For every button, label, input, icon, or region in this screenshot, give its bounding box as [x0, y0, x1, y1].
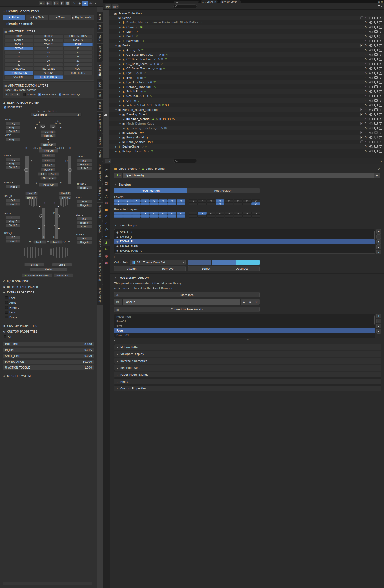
armature-layer-button[interactable]: BONE-ROLLS: [63, 71, 93, 75]
display-mode-button[interactable]: ▥: [112, 4, 118, 9]
picker-element[interactable]: [38, 248, 39, 256]
hide-eye-icon[interactable]: [369, 76, 373, 80]
protected-layer-toggle[interactable]: [216, 212, 224, 215]
outliner-row[interactable]: ╋ Burning-Man-octo-snake-Photo-credit-Ni…: [109, 20, 384, 25]
hide-eye-icon[interactable]: [369, 144, 373, 149]
selectable-icon[interactable]: [364, 71, 368, 75]
blenrig-controls-header[interactable]: BlenRig 5 Controls: [3, 21, 94, 27]
selectable-icon[interactable]: [364, 85, 368, 89]
selectable-icon[interactable]: [364, 20, 368, 24]
outliner-row[interactable]: ▣ Lattices ▼6: [109, 130, 384, 135]
sidebar-tab[interactable]: Edit: [97, 90, 103, 99]
picker-element[interactable]: ↻: [68, 240, 70, 243]
disable-viewport-icon[interactable]: [374, 80, 378, 84]
picker-element[interactable]: Pelivs Ctrl: [39, 183, 58, 187]
properties-tab[interactable]: △: [103, 193, 110, 200]
hide-eye-icon[interactable]: [369, 149, 373, 153]
protected-layer-toggle[interactable]: [225, 215, 233, 218]
protected-layer-toggle[interactable]: [132, 212, 141, 215]
selectable-icon[interactable]: [364, 131, 368, 135]
sidebar-tab[interactable]: Shader Library: [97, 236, 103, 260]
layer-toggle[interactable]: [216, 202, 224, 205]
hide-eye-icon[interactable]: [369, 94, 373, 98]
expander-icon[interactable]: [118, 76, 122, 79]
expander-icon[interactable]: [118, 58, 122, 61]
properties-tab[interactable]: ⚙: [103, 213, 110, 219]
exclude-checkbox[interactable]: [360, 44, 363, 47]
picker-element[interactable]: IK 0: [77, 159, 92, 162]
outliner-search-input[interactable]: [173, 4, 197, 8]
layer-toggle[interactable]: [168, 199, 176, 202]
armature-layer-button[interactable]: PROTECTED: [34, 67, 63, 71]
outliner-row[interactable]: ▲ Retopo_Ebene_0 ◇▽: [109, 149, 384, 153]
properties-tab[interactable]: ▤: [103, 180, 110, 186]
picker-element[interactable]: [68, 168, 72, 172]
sidebar-tab[interactable]: Create: [97, 134, 103, 147]
filter-button[interactable]: [377, 5, 382, 8]
picker-element[interactable]: [62, 247, 63, 258]
picker-element[interactable]: Spine 2: [42, 159, 55, 162]
viewport-header-button[interactable]: ∪: [39, 1, 45, 5]
bone-group-row[interactable]: ◉ FACIAL_MAIN_L: [114, 244, 375, 248]
selectable-icon[interactable]: [364, 25, 368, 29]
property-slider[interactable]: OUT_LIMIT0.100: [3, 342, 94, 346]
expander-icon[interactable]: [114, 108, 118, 112]
selectable-icon[interactable]: [364, 80, 368, 84]
disable-render-icon[interactable]: [379, 108, 383, 112]
protected-layer-toggle[interactable]: [168, 215, 176, 218]
picker-element[interactable]: ◆: [47, 139, 49, 141]
selectable-icon[interactable]: [364, 108, 368, 112]
scrollbar[interactable]: [374, 315, 375, 325]
outliner-row[interactable]: ▣ BlenRig_Master_Collection: [109, 107, 384, 112]
selectable-icon[interactable]: [364, 76, 368, 80]
exclude-checkbox[interactable]: [360, 131, 363, 134]
picker-element[interactable]: [30, 247, 31, 258]
sidebar-tab[interactable]: View: [97, 33, 103, 43]
fake-user-shield-button[interactable]: ◆: [241, 299, 247, 305]
properties-tab[interactable]: ∴: [103, 219, 110, 226]
hide-eye-icon[interactable]: [369, 80, 373, 84]
hide-eye-icon[interactable]: [369, 57, 373, 61]
extra-property-checkbox[interactable]: Arms: [5, 300, 94, 305]
picker-element[interactable]: Hinge 0: [6, 126, 20, 129]
disable-render-icon[interactable]: [379, 39, 383, 43]
layer-toggle[interactable]: [207, 199, 215, 202]
picker-element[interactable]: Str I: [48, 172, 59, 176]
pose-copy-button[interactable]: ♟: [4, 92, 9, 96]
armature-layer-button[interactable]: FACIAL 1: [4, 39, 33, 42]
expander-icon[interactable]: [118, 39, 122, 43]
picker-element[interactable]: [42, 208, 45, 239]
hide-eye-icon[interactable]: [369, 103, 373, 107]
list-button[interactable]: −: [376, 319, 381, 323]
disable-render-icon[interactable]: [379, 89, 383, 93]
selectable-icon[interactable]: [364, 135, 368, 139]
disable-render-icon[interactable]: [379, 20, 383, 24]
disable-viewport-icon[interactable]: [374, 117, 378, 121]
picker-element[interactable]: Str IK 0: [77, 167, 92, 170]
pose-copy-button[interactable]: ♟: [15, 92, 20, 96]
collapsed-panel-header[interactable]: Paper Model Islands: [114, 372, 381, 378]
picker-element[interactable]: [32, 247, 33, 258]
outliner-row[interactable]: ▣ BlenRig_Biped: [109, 112, 384, 117]
bone-group-row[interactable]: ◉ FACIAL_MAIN_R: [114, 248, 375, 253]
properties-tab[interactable]: ▩: [103, 259, 110, 266]
picker-element[interactable]: Head FK: [41, 130, 56, 134]
picker-element[interactable]: Hand IK: [25, 192, 38, 195]
outliner-row[interactable]: ▲ veteran's hat..001 ⚙▦▽▼4: [109, 103, 384, 107]
disable-viewport-icon[interactable]: [374, 89, 378, 93]
picker-element[interactable]: [24, 168, 28, 172]
selectable-icon[interactable]: [364, 140, 368, 144]
picker-element[interactable]: [36, 198, 37, 206]
property-slider[interactable]: IN_LIMIT0.015: [3, 348, 94, 352]
outliner-row[interactable]: ▲ Schuh.R.001 ⚙▽: [109, 94, 384, 98]
expander-icon[interactable]: [118, 140, 122, 144]
expander-icon[interactable]: [118, 62, 122, 66]
hide-eye-icon[interactable]: [369, 89, 373, 93]
disable-viewport-icon[interactable]: [374, 85, 378, 89]
collapsed-section-header[interactable]: ⊕EXTRA PROPERTIES: [3, 290, 94, 295]
select-button[interactable]: Select: [188, 266, 224, 271]
protected-layer-toggle[interactable]: [114, 215, 123, 218]
protected-layer-toggle[interactable]: [198, 215, 207, 218]
layer-toggle[interactable]: [189, 202, 198, 205]
armature-layer-button[interactable]: 21: [63, 59, 93, 63]
